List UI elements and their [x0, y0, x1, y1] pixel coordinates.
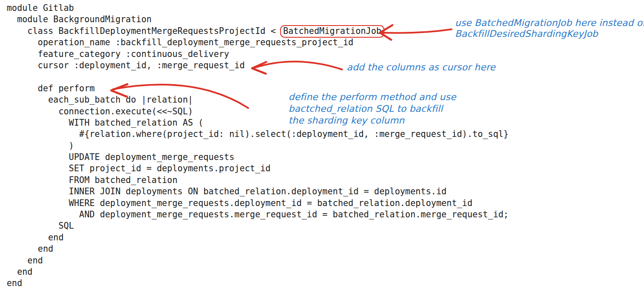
annotation-cursor-note: add the columns as cursor here [347, 62, 496, 73]
code-line: #{relation.where(project_id: nil).select… [7, 129, 509, 140]
code-line: SET project_id = deployments.project_id [7, 163, 509, 174]
note-line: the sharding key column [288, 115, 456, 126]
code-block: module Gitlab module BackgroundMigration… [7, 3, 509, 289]
annotation-perform-note: define the perform method and use bactch… [288, 91, 456, 126]
code-line: feature_category :continuous_delivery [7, 49, 509, 60]
code-line: FROM batched_relation [7, 175, 509, 186]
code-line: class BackfillDeploymentMergeRequestsPro… [7, 26, 509, 37]
code-line [7, 71, 509, 82]
code-line: module Gitlab [7, 3, 509, 14]
code-line: end [7, 243, 509, 255]
annotation-use-batched-note: use BatchedMigrationJob here instead of … [455, 18, 644, 39]
note-line: define the perform method and use [288, 91, 456, 103]
highlighted-token-box: BatchedMigrationJob [280, 25, 384, 38]
note-line: add the columns as cursor here [347, 62, 496, 73]
code-line: UPDATE deployment_merge_requests [7, 152, 509, 163]
code-line: end [7, 266, 509, 278]
note-line: bactched_relation SQL to backfill [288, 103, 456, 115]
note-line: use BatchedMigrationJob here instead of [455, 18, 644, 28]
code-line: end [7, 255, 509, 266]
code-line: SQL [7, 220, 509, 232]
code-line: end [7, 232, 509, 243]
note-line: BackfillDesiredShardingKeyJob [455, 28, 644, 39]
code-line: operation_name :backfill_deployment_merg… [7, 37, 509, 48]
code-line: WHERE deployment_merge_requests.deployme… [7, 198, 509, 209]
code-line: end [7, 278, 509, 289]
code-line: INNER JOIN deployments ON batched_relati… [7, 186, 509, 197]
code-line: module BackgroundMigration [7, 14, 509, 25]
annotated-code-figure: module Gitlab module BackgroundMigration… [0, 0, 644, 299]
code-line: AND deployment_merge_requests.merge_requ… [7, 209, 509, 220]
code-line: ) [7, 140, 509, 152]
